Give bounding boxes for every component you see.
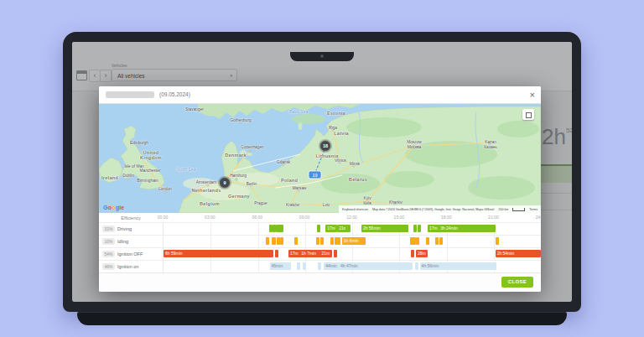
modal-footer: CLOSE	[99, 272, 541, 292]
timeline-bar[interactable]: 2h 54min	[496, 250, 541, 257]
timeline-bar[interactable]: 4h 56min	[420, 262, 497, 270]
map-label-city: Kyiv	[363, 196, 371, 200]
axis-tick: 21:00	[488, 215, 499, 220]
timeline-bar[interactable]	[320, 237, 324, 245]
gridline	[210, 236, 211, 247]
timeline-bar[interactable]	[266, 237, 269, 245]
fullscreen-icon[interactable]	[522, 109, 534, 120]
gridline	[494, 236, 495, 247]
map-label-city: Moscow	[407, 140, 422, 144]
map-label-city: Prague	[254, 201, 267, 205]
map-label-country: Germany	[228, 194, 250, 199]
efficiency-header: Efficiency	[99, 213, 163, 222]
timeline-bar[interactable]	[337, 237, 340, 245]
timeline-plot: 45min44min4h 47min4h 56min	[163, 261, 541, 272]
timeline-bar[interactable]: 2h 56min	[361, 225, 408, 232]
keyboard-shortcuts-link[interactable]: Keyboard shortcuts	[342, 208, 368, 211]
google-logo-letter: e	[121, 205, 124, 210]
close-icon[interactable]: ×	[530, 89, 535, 101]
gridline	[494, 248, 495, 260]
map-data-text: Map data ©2024 GeoBasis-DE/BKG (©2009), …	[372, 208, 494, 211]
laptop-screen: ‹ › Vehicles All vehicles ▾ average dail…	[72, 42, 572, 302]
map-label-city: Warsaw	[292, 186, 306, 190]
timeline-bar[interactable]: 1h 6min	[342, 237, 366, 245]
timeline-bar[interactable]	[318, 262, 321, 270]
map-label-city: Berlin	[247, 182, 257, 186]
terms-link[interactable]: Terms	[529, 208, 538, 211]
map-scale-text: 200 km	[498, 208, 508, 211]
gridline	[352, 248, 353, 260]
timeline-plot: 6h 59min17m1h 7min21m28m2h 54min	[163, 248, 541, 260]
timeline-bar[interactable]	[411, 250, 414, 257]
row-label: 46%Ignition on	[99, 261, 163, 272]
gridline	[447, 236, 448, 247]
timeline-bar[interactable]	[280, 237, 283, 245]
timeline-bar[interactable]	[269, 225, 273, 232]
timeline-bar[interactable]: 1h 7min	[299, 250, 321, 257]
timeline-bar[interactable]	[303, 262, 306, 270]
map-label-city: Copenhagen	[241, 145, 263, 149]
map-label-country: Poland	[281, 178, 298, 183]
row-name: Driving	[117, 226, 132, 231]
timeline-bar[interactable]: 4h 47min	[339, 262, 413, 270]
timeline-bar[interactable]	[426, 237, 429, 245]
timeline-bar[interactable]: 45min	[270, 262, 291, 270]
map-label-city: Kazan	[485, 140, 496, 144]
row-label: 31%Driving	[99, 223, 163, 235]
close-button[interactable]: CLOSE	[501, 277, 533, 288]
map-label-city: Edinburgh	[130, 141, 148, 145]
map-label-city: Київ	[363, 201, 371, 205]
timeline-bar[interactable]: 17m	[288, 250, 300, 257]
timeline-bar[interactable]: 28m	[416, 250, 428, 257]
map-labels: StavangerGothenburgBaltic SeaNorth SeaEd…	[99, 104, 541, 213]
timeline-bar[interactable]	[330, 237, 334, 245]
timeline-bar[interactable]	[347, 225, 351, 232]
timeline-bar[interactable]: 17m	[325, 225, 337, 232]
timeline-bar[interactable]	[496, 237, 499, 245]
timeline-bar[interactable]	[439, 237, 443, 245]
google-logo: Google	[103, 205, 124, 210]
timeline-bar[interactable]	[334, 250, 337, 257]
row-name: Ignition OFF	[117, 251, 143, 257]
map-label-city: Москва	[408, 145, 421, 149]
axis-tick: 15:00	[394, 215, 405, 220]
timeline-row: 31%Driving17m21m2h 56min17m3h 24min	[99, 222, 541, 235]
row-name: Idling	[117, 239, 128, 244]
timeline-bar[interactable]	[415, 262, 418, 270]
timeline-bar[interactable]	[418, 225, 421, 232]
timeline-bar[interactable]	[316, 237, 319, 245]
efficiency-percent-badge: 10%	[102, 238, 115, 245]
timeline-bar[interactable]: 17m	[428, 225, 439, 232]
map-label-country: Belgium	[200, 201, 220, 206]
timeline-bar[interactable]	[275, 250, 278, 257]
map-label-city: Gothenburg	[230, 118, 251, 122]
timeline-bar[interactable]	[317, 225, 320, 232]
map-scalebar	[512, 208, 525, 211]
gridline	[305, 236, 306, 247]
timeline-bar[interactable]: 6h 59min	[164, 250, 273, 257]
gridline	[399, 248, 400, 260]
timeline-bar[interactable]	[294, 237, 298, 245]
map-label-city: Birmingham	[137, 179, 158, 183]
timeline-row: 10%Idling1h 6min	[99, 235, 541, 247]
map-label-country: Ireland	[101, 175, 118, 180]
timeline-bar[interactable]	[272, 237, 276, 245]
map-label-country: Latvia	[334, 131, 349, 136]
timeline-bar[interactable]	[278, 225, 283, 232]
page: { "app": { "header": { "vehicles_label":…	[0, 0, 644, 337]
map-label-sea: North Sea	[177, 167, 196, 172]
timeline-bar[interactable]	[435, 237, 439, 245]
axis-tick: 00:00	[158, 215, 169, 220]
map-label-country: Estonia	[327, 111, 345, 116]
map-attribution: Keyboard shortcuts Map data ©2024 GeoBas…	[339, 205, 541, 213]
timeline-row: 54%Ignition OFF6h 59min17m1h 7min21m28m2…	[99, 247, 541, 260]
axis-tick: 18:00	[441, 215, 452, 220]
efficiency-percent-badge: 46%	[102, 263, 115, 270]
timeline-bar[interactable]: 21m	[320, 250, 332, 257]
timeline-bar[interactable]: 3h 24min	[439, 225, 496, 232]
timeline-bar[interactable]	[413, 225, 417, 232]
timeline-bar[interactable]	[297, 262, 300, 270]
timeline-bar[interactable]	[416, 237, 419, 245]
route-map[interactable]: 19 9 18 StavangerGothenburgBaltic SeaNor…	[99, 104, 541, 213]
timeline-plot: 1h 6min	[163, 236, 541, 247]
